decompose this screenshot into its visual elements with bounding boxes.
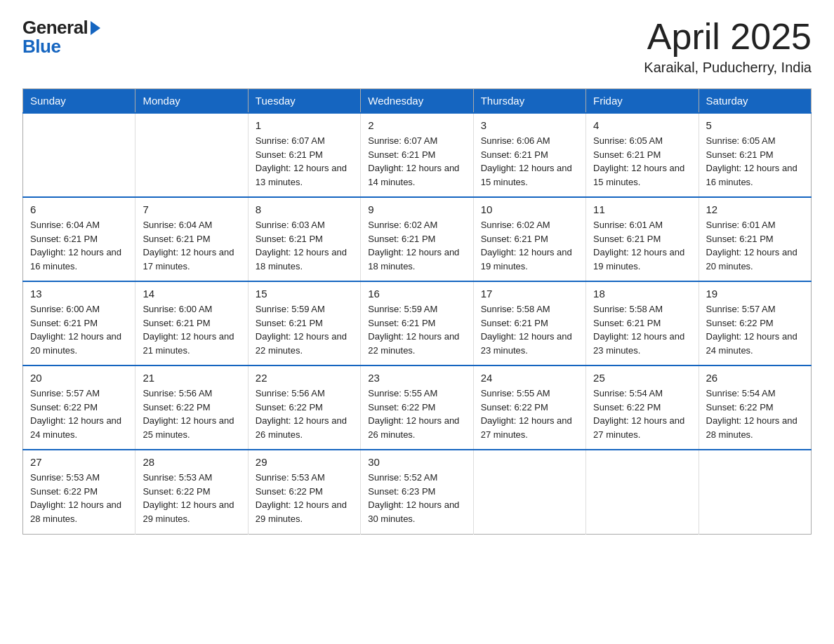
col-monday: Monday — [135, 89, 248, 114]
day-info: Sunrise: 6:05 AMSunset: 6:21 PMDaylight:… — [593, 134, 691, 189]
calendar-cell: 13Sunrise: 6:00 AMSunset: 6:21 PMDayligh… — [23, 281, 135, 365]
day-number: 29 — [256, 456, 353, 468]
col-friday: Friday — [586, 89, 699, 114]
page-header: General Blue April 2025 Karaikal, Puduch… — [22, 17, 812, 76]
day-info: Sunrise: 6:00 AMSunset: 6:21 PMDaylight:… — [30, 302, 128, 357]
day-info: Sunrise: 5:58 AMSunset: 6:21 PMDaylight:… — [593, 302, 691, 357]
calendar-cell: 28Sunrise: 5:53 AMSunset: 6:22 PMDayligh… — [135, 450, 248, 534]
calendar-cell: 12Sunrise: 6:01 AMSunset: 6:21 PMDayligh… — [699, 197, 811, 281]
day-number: 18 — [593, 288, 691, 300]
day-number: 25 — [593, 372, 691, 384]
day-number: 15 — [256, 288, 353, 300]
day-number: 13 — [30, 288, 128, 300]
day-info: Sunrise: 6:04 AMSunset: 6:21 PMDaylight:… — [30, 218, 128, 273]
day-number: 27 — [30, 456, 128, 468]
calendar-cell: 23Sunrise: 5:55 AMSunset: 6:22 PMDayligh… — [361, 365, 473, 450]
day-number: 4 — [593, 119, 691, 131]
day-number: 22 — [256, 372, 353, 384]
day-number: 17 — [481, 288, 578, 300]
calendar-cell — [699, 450, 811, 534]
day-number: 19 — [706, 288, 804, 300]
month-title: April 2025 — [644, 17, 812, 57]
day-info: Sunrise: 5:56 AMSunset: 6:22 PMDaylight:… — [256, 387, 353, 441]
day-number: 21 — [143, 372, 240, 384]
calendar-cell: 5Sunrise: 6:05 AMSunset: 6:21 PMDaylight… — [699, 113, 811, 197]
logo-triangle-icon — [91, 21, 100, 35]
day-info: Sunrise: 6:01 AMSunset: 6:21 PMDaylight:… — [593, 218, 691, 273]
day-info: Sunrise: 5:53 AMSunset: 6:22 PMDaylight:… — [143, 471, 240, 525]
days-of-week-row: Sunday Monday Tuesday Wednesday Thursday… — [23, 89, 812, 114]
day-number: 1 — [256, 119, 353, 131]
calendar-week-row: 6Sunrise: 6:04 AMSunset: 6:21 PMDaylight… — [23, 197, 812, 281]
day-number: 26 — [706, 372, 804, 384]
day-number: 24 — [481, 372, 578, 384]
calendar-cell: 4Sunrise: 6:05 AMSunset: 6:21 PMDaylight… — [586, 113, 699, 197]
calendar-cell — [473, 450, 585, 534]
day-number: 14 — [143, 288, 240, 300]
calendar-header: Sunday Monday Tuesday Wednesday Thursday… — [23, 89, 812, 114]
calendar-cell: 27Sunrise: 5:53 AMSunset: 6:22 PMDayligh… — [23, 450, 135, 534]
title-area: April 2025 Karaikal, Puducherry, India — [644, 17, 812, 76]
day-info: Sunrise: 6:03 AMSunset: 6:21 PMDaylight:… — [256, 218, 353, 273]
day-info: Sunrise: 6:06 AMSunset: 6:21 PMDaylight:… — [481, 134, 578, 189]
day-info: Sunrise: 5:57 AMSunset: 6:22 PMDaylight:… — [30, 387, 128, 441]
day-number: 12 — [706, 203, 804, 215]
calendar-cell: 19Sunrise: 5:57 AMSunset: 6:22 PMDayligh… — [699, 281, 811, 365]
day-number: 3 — [481, 119, 578, 131]
calendar-cell — [586, 450, 699, 534]
day-number: 6 — [30, 203, 128, 215]
day-info: Sunrise: 5:54 AMSunset: 6:22 PMDaylight:… — [593, 387, 691, 441]
col-saturday: Saturday — [699, 89, 811, 114]
calendar-week-row: 20Sunrise: 5:57 AMSunset: 6:22 PMDayligh… — [23, 365, 812, 450]
calendar-cell: 1Sunrise: 6:07 AMSunset: 6:21 PMDaylight… — [248, 113, 360, 197]
calendar-cell: 25Sunrise: 5:54 AMSunset: 6:22 PMDayligh… — [586, 365, 699, 450]
calendar-cell: 24Sunrise: 5:55 AMSunset: 6:22 PMDayligh… — [473, 365, 585, 450]
calendar-cell: 17Sunrise: 5:58 AMSunset: 6:21 PMDayligh… — [473, 281, 585, 365]
location-title: Karaikal, Puducherry, India — [644, 60, 812, 76]
calendar-week-row: 1Sunrise: 6:07 AMSunset: 6:21 PMDaylight… — [23, 113, 812, 197]
calendar-cell — [135, 113, 248, 197]
col-thursday: Thursday — [473, 89, 585, 114]
calendar-cell: 14Sunrise: 6:00 AMSunset: 6:21 PMDayligh… — [135, 281, 248, 365]
calendar-cell: 7Sunrise: 6:04 AMSunset: 6:21 PMDaylight… — [135, 197, 248, 281]
day-number: 10 — [481, 203, 578, 215]
calendar-table: Sunday Monday Tuesday Wednesday Thursday… — [22, 88, 812, 535]
day-info: Sunrise: 5:55 AMSunset: 6:22 PMDaylight:… — [368, 387, 465, 441]
day-info: Sunrise: 5:56 AMSunset: 6:22 PMDaylight:… — [143, 387, 240, 441]
day-number: 23 — [368, 372, 465, 384]
day-info: Sunrise: 6:04 AMSunset: 6:21 PMDaylight:… — [143, 218, 240, 273]
day-info: Sunrise: 5:54 AMSunset: 6:22 PMDaylight:… — [706, 387, 804, 441]
calendar-cell: 29Sunrise: 5:53 AMSunset: 6:22 PMDayligh… — [248, 450, 360, 534]
day-number: 7 — [143, 203, 240, 215]
logo-blue-text: Blue — [22, 36, 60, 58]
day-info: Sunrise: 5:57 AMSunset: 6:22 PMDaylight:… — [706, 302, 804, 357]
calendar-cell — [23, 113, 135, 197]
day-number: 16 — [368, 288, 465, 300]
calendar-cell: 6Sunrise: 6:04 AMSunset: 6:21 PMDaylight… — [23, 197, 135, 281]
calendar-cell: 20Sunrise: 5:57 AMSunset: 6:22 PMDayligh… — [23, 365, 135, 450]
day-info: Sunrise: 6:02 AMSunset: 6:21 PMDaylight:… — [481, 218, 578, 273]
calendar-cell: 2Sunrise: 6:07 AMSunset: 6:21 PMDaylight… — [361, 113, 473, 197]
day-info: Sunrise: 5:59 AMSunset: 6:21 PMDaylight:… — [256, 302, 353, 357]
calendar-cell: 8Sunrise: 6:03 AMSunset: 6:21 PMDaylight… — [248, 197, 360, 281]
day-number: 11 — [593, 203, 691, 215]
logo: General Blue — [22, 17, 100, 58]
day-info: Sunrise: 6:00 AMSunset: 6:21 PMDaylight:… — [143, 302, 240, 357]
day-number: 9 — [368, 203, 465, 215]
calendar-cell: 21Sunrise: 5:56 AMSunset: 6:22 PMDayligh… — [135, 365, 248, 450]
calendar-cell: 9Sunrise: 6:02 AMSunset: 6:21 PMDaylight… — [361, 197, 473, 281]
calendar-cell: 3Sunrise: 6:06 AMSunset: 6:21 PMDaylight… — [473, 113, 585, 197]
col-sunday: Sunday — [23, 89, 135, 114]
day-info: Sunrise: 5:59 AMSunset: 6:21 PMDaylight:… — [368, 302, 465, 357]
calendar-cell: 11Sunrise: 6:01 AMSunset: 6:21 PMDayligh… — [586, 197, 699, 281]
day-info: Sunrise: 6:07 AMSunset: 6:21 PMDaylight:… — [256, 134, 353, 189]
day-number: 2 — [368, 119, 465, 131]
day-number: 28 — [143, 456, 240, 468]
day-info: Sunrise: 6:01 AMSunset: 6:21 PMDaylight:… — [706, 218, 804, 273]
day-number: 5 — [706, 119, 804, 131]
col-tuesday: Tuesday — [248, 89, 360, 114]
day-info: Sunrise: 5:55 AMSunset: 6:22 PMDaylight:… — [481, 387, 578, 441]
calendar-cell: 18Sunrise: 5:58 AMSunset: 6:21 PMDayligh… — [586, 281, 699, 365]
day-number: 30 — [368, 456, 465, 468]
calendar-cell: 16Sunrise: 5:59 AMSunset: 6:21 PMDayligh… — [361, 281, 473, 365]
